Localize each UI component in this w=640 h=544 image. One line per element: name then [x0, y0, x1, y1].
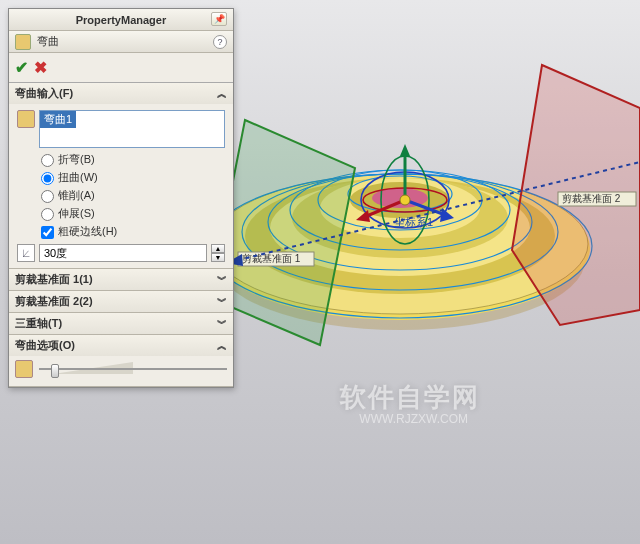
ok-button[interactable]: ✔: [15, 58, 28, 77]
svg-rect-30: [558, 192, 636, 206]
body-selection-box[interactable]: 弯曲1: [39, 110, 225, 148]
flex-icon: [15, 34, 31, 50]
svg-point-12: [290, 170, 510, 250]
chevron-down-icon: ︾: [217, 317, 227, 331]
section-trim1-header[interactable]: 剪裁基准面 1(1) ︾: [9, 269, 233, 290]
cancel-button[interactable]: ✖: [34, 58, 47, 77]
selection-item[interactable]: 弯曲1: [40, 111, 76, 128]
svg-point-16: [381, 156, 429, 244]
svg-point-1: [210, 176, 590, 320]
svg-marker-21: [356, 210, 370, 222]
ok-cancel-row: ✔ ✖: [9, 53, 233, 83]
svg-point-9: [208, 174, 592, 318]
svg-point-10: [242, 174, 558, 290]
checkbox-hard-edges[interactable]: 粗硬边线(H): [41, 224, 225, 239]
feature-name: 弯曲: [37, 34, 213, 49]
chevron-up-icon: ︽: [217, 87, 227, 101]
svg-point-3: [245, 178, 555, 294]
trim-plane-2: 剪裁基准面 2: [512, 65, 640, 325]
flex-axis: [230, 162, 640, 262]
svg-point-17: [363, 188, 447, 212]
radio-stretch[interactable]: 伸展(S): [41, 206, 225, 221]
watermark: 软件自学网: [340, 380, 480, 415]
svg-text:剪裁基准面 2: 剪裁基准面 2: [562, 193, 621, 204]
section-trim2-header[interactable]: 剪裁基准面 2(2) ︾: [9, 291, 233, 312]
svg-point-11: [268, 174, 532, 270]
svg-line-22: [405, 200, 448, 216]
svg-marker-29: [512, 65, 640, 325]
svg-text:坐标系1: 坐标系1: [394, 216, 433, 228]
slider-thumb[interactable]: [51, 364, 59, 378]
radio-twist[interactable]: 扭曲(W): [41, 170, 225, 185]
svg-point-24: [400, 195, 410, 205]
watermark-url: WWW.RJZXW.COM: [359, 412, 468, 426]
section-options-header[interactable]: 弯曲选项(O) ︽: [9, 335, 233, 356]
svg-text:剪裁基准面 1: 剪裁基准面 1: [242, 253, 301, 264]
svg-point-15: [361, 172, 449, 228]
svg-point-6: [320, 178, 480, 238]
chevron-down-icon: ︾: [217, 273, 227, 287]
svg-point-4: [270, 180, 530, 276]
property-manager-panel: PropertyManager 📌 弯曲 ? ✔ ✖ 弯曲输入(F) ︽ 弯曲1…: [8, 8, 234, 388]
svg-line-20: [362, 200, 405, 218]
radio-taper[interactable]: 锥削(A): [41, 188, 225, 203]
chevron-down-icon: ︾: [217, 295, 227, 309]
svg-rect-27: [238, 252, 314, 266]
chevron-up-icon: ︽: [217, 339, 227, 353]
svg-point-13: [318, 170, 482, 230]
quality-slider[interactable]: [39, 362, 227, 376]
feature-header: 弯曲 ?: [9, 31, 233, 53]
body-select-icon: [17, 110, 35, 128]
help-icon[interactable]: ?: [213, 35, 227, 49]
angle-step-down[interactable]: ▼: [211, 253, 225, 262]
section-inputs-header[interactable]: 弯曲输入(F) ︽: [9, 83, 233, 104]
pm-title-text: PropertyManager: [76, 14, 166, 26]
pin-icon[interactable]: 📌: [211, 12, 227, 26]
flex-type-radios: 折弯(B) 扭曲(W) 锥削(A) 伸展(S) 粗硬边线(H): [17, 152, 225, 239]
svg-point-5: [292, 178, 508, 258]
pm-titlebar: PropertyManager 📌: [9, 9, 233, 31]
angle-step-up[interactable]: ▲: [211, 244, 225, 253]
quality-icon: [15, 360, 33, 378]
svg-point-2: [212, 174, 588, 314]
svg-point-7: [350, 182, 450, 218]
svg-point-0: [215, 190, 585, 330]
svg-point-14: [348, 176, 452, 212]
radio-bend[interactable]: 折弯(B): [41, 152, 225, 167]
angle-input[interactable]: [39, 244, 207, 262]
svg-marker-23: [440, 208, 454, 222]
svg-marker-19: [400, 144, 410, 156]
section-triad-header[interactable]: 三重轴(T) ︾: [9, 313, 233, 334]
svg-point-8: [372, 188, 428, 208]
angle-icon: ⟀: [17, 244, 35, 262]
triad-gizmo: 坐标系1: [356, 144, 454, 244]
